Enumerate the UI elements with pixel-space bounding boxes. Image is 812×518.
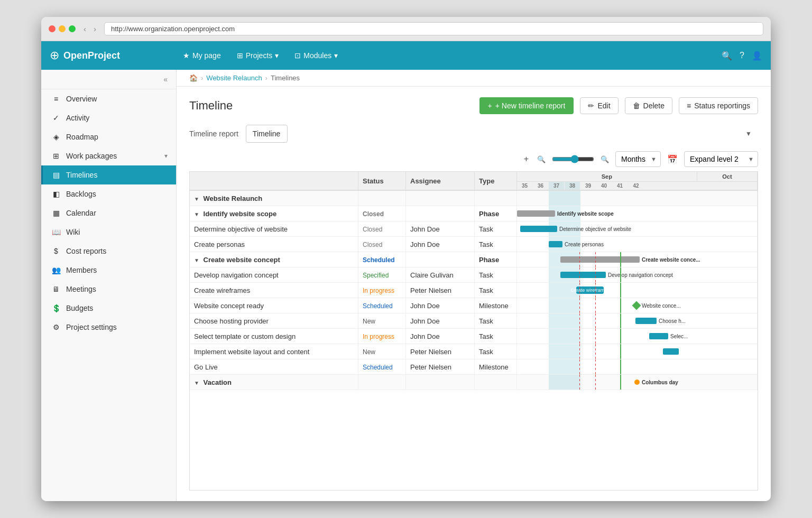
header-name <box>190 172 358 190</box>
expand-select-wrapper: Expand level 2 <box>684 151 758 167</box>
wiki-icon: 📖 <box>51 228 61 236</box>
home-icon[interactable]: 🏠 <box>189 74 198 82</box>
status-reportings-button[interactable]: ≡ Status reportings <box>679 97 758 114</box>
sidebar-item-meetings[interactable]: 🖥 Meetings <box>41 280 176 299</box>
activity-icon: ✓ <box>51 114 61 122</box>
sidebar-label-wiki: Wiki <box>66 228 80 236</box>
app-container: ⊕ OpenProject ★ My page ⊞ Projects ▾ ⊡ M… <box>41 41 771 501</box>
timeline-toolbar: + 🔍 🔍 Months 📅 Expand level 2 <box>189 151 758 167</box>
projects-nav[interactable]: ⊞ Projects ▾ <box>230 48 285 63</box>
header-type: Type <box>475 172 517 190</box>
main-area: « ≡ Overview ✓ Activity ◈ Roadmap ⊞ Work… <box>41 70 771 501</box>
header-assignee: Assignee <box>406 172 475 190</box>
report-selector: Timeline report Timeline <box>189 125 758 143</box>
back-button[interactable]: ‹ <box>81 23 89 34</box>
sidebar-label-project-settings: Project settings <box>66 323 117 331</box>
edit-icon: ✏ <box>588 101 594 110</box>
sidebar-header: « <box>41 70 176 89</box>
sidebar-label-calendar: Calendar <box>66 209 96 217</box>
page-header: Timeline + + New timeline report ✏ Edit … <box>189 97 758 114</box>
budgets-icon: 💲 <box>51 304 61 312</box>
sidebar-item-backlogs[interactable]: ◧ Backlogs <box>41 184 176 204</box>
new-timeline-report-button[interactable]: + + New timeline report <box>479 97 574 114</box>
help-icon[interactable]: ? <box>740 51 744 60</box>
minimize-dot[interactable] <box>59 25 66 32</box>
roadmap-icon: ◈ <box>51 133 61 141</box>
timeline-table: Status Assignee Type Sep Oct <box>190 172 758 390</box>
gantt-header-row: Status Assignee Type Sep Oct <box>190 172 758 190</box>
sidebar-label-activity: Activity <box>66 114 89 122</box>
period-select-wrapper: Months <box>615 151 661 167</box>
sidebar-label-overview: Overview <box>66 95 97 103</box>
sidebar-label-meetings: Meetings <box>66 285 96 293</box>
table-row: Implement website layout and content New… <box>190 344 758 359</box>
sidebar: « ≡ Overview ✓ Activity ◈ Roadmap ⊞ Work… <box>41 70 177 501</box>
maximize-dot[interactable] <box>69 25 76 32</box>
sidebar-item-work-packages[interactable]: ⊞ Work packages ▾ <box>41 146 176 165</box>
sidebar-label-work-packages: Work packages <box>66 152 117 160</box>
zoom-out-right-button[interactable]: 🔍 <box>598 153 611 165</box>
search-icon[interactable]: 🔍 <box>722 51 732 61</box>
table-row: Select template or custom design In prog… <box>190 329 758 344</box>
sidebar-label-roadmap: Roadmap <box>66 133 98 141</box>
sidebar-item-calendar[interactable]: ▦ Calendar <box>41 204 176 223</box>
delete-button[interactable]: 🗑 Delete <box>625 97 672 114</box>
sidebar-label-cost-reports: Cost reports <box>66 247 106 255</box>
logo-area: ⊕ OpenProject <box>50 49 177 62</box>
sidebar-label-members: Members <box>66 266 97 274</box>
expand-level-select[interactable]: Expand level 2 <box>684 151 758 167</box>
new-timeline-report-label: + New timeline report <box>495 101 566 110</box>
zoom-out-left-button[interactable]: 🔍 <box>535 153 548 165</box>
backlogs-icon: ◧ <box>51 190 61 198</box>
sidebar-item-project-settings[interactable]: ⚙ Project settings <box>41 318 176 337</box>
projects-chevron: ▾ <box>275 51 279 60</box>
cost-reports-icon: $ <box>51 247 61 255</box>
calendar-sync-button[interactable]: 📅 <box>665 152 680 166</box>
my-page-nav[interactable]: ★ My page <box>177 48 227 63</box>
sidebar-item-wiki[interactable]: 📖 Wiki <box>41 223 176 242</box>
address-bar[interactable]: http://www.organization.openproject.com <box>104 22 763 35</box>
sidebar-item-timelines[interactable]: ▤ Timelines <box>41 165 176 184</box>
status-reportings-label: Status reportings <box>694 101 750 110</box>
sidebar-item-activity[interactable]: ✓ Activity <box>41 108 176 127</box>
sidebar-collapse-button[interactable]: « <box>163 75 168 84</box>
logo-icon: ⊕ <box>50 49 59 62</box>
breadcrumb: 🏠 › Website Relaunch › Timelines <box>177 70 771 87</box>
work-packages-arrow: ▾ <box>164 152 168 160</box>
sidebar-item-roadmap[interactable]: ◈ Roadmap <box>41 127 176 146</box>
header-gantt: Sep Oct 35 36 37 38 <box>517 172 758 190</box>
breadcrumb-project[interactable]: Website Relaunch <box>206 74 262 82</box>
table-row: Develop navigation concept Specified Cla… <box>190 267 758 283</box>
sidebar-label-backlogs: Backlogs <box>66 190 96 198</box>
user-icon[interactable]: 👤 <box>752 51 762 61</box>
sidebar-item-members[interactable]: 👥 Members <box>41 261 176 280</box>
sidebar-item-overview[interactable]: ≡ Overview <box>41 89 176 108</box>
zoom-in-button[interactable]: + <box>522 152 531 166</box>
report-select[interactable]: Timeline <box>246 125 288 143</box>
content-area: 🏠 › Website Relaunch › Timelines Timelin… <box>177 70 771 501</box>
edit-button[interactable]: ✏ Edit <box>580 97 618 114</box>
page-title: Timeline <box>189 99 473 113</box>
modules-icon: ⊡ <box>294 51 301 60</box>
table-row: ▼ Identify website scope Closed Phase <box>190 206 758 221</box>
sidebar-item-budgets[interactable]: 💲 Budgets <box>41 299 176 318</box>
period-select[interactable]: Months <box>615 151 661 167</box>
browser-dots <box>49 25 76 32</box>
meetings-icon: 🖥 <box>51 285 61 293</box>
browser-chrome: ‹ › http://www.organization.openproject.… <box>41 17 771 41</box>
projects-label: Projects <box>246 51 273 60</box>
table-row: Create personas Closed John Doe Task C <box>190 237 758 252</box>
nav-right: 🔍 ? 👤 <box>722 51 762 61</box>
sidebar-label-timelines: Timelines <box>66 171 97 179</box>
forward-button[interactable]: › <box>91 23 99 34</box>
table-row: Determine objective of website Closed Jo… <box>190 221 758 237</box>
status-icon: ≡ <box>687 101 691 110</box>
table-row: Go Live Scheduled Peter Nielsen Mileston… <box>190 359 758 375</box>
modules-nav[interactable]: ⊡ Modules ▾ <box>288 48 344 63</box>
sidebar-item-cost-reports[interactable]: $ Cost reports <box>41 242 176 261</box>
zoom-slider[interactable] <box>552 155 594 163</box>
report-label: Timeline report <box>189 130 238 138</box>
close-dot[interactable] <box>49 25 56 32</box>
modules-label: Modules <box>303 51 331 60</box>
table-row: Create wireframes In progress Peter Niel… <box>190 283 758 298</box>
